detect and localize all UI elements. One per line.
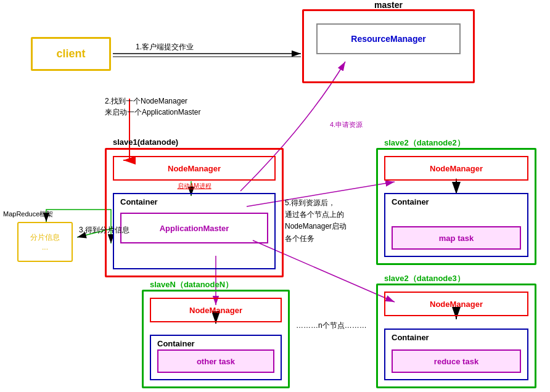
info-box: 分片信息 ... — [17, 222, 73, 262]
master-box: master ResourceManager — [302, 9, 475, 83]
slaveN-task-label: other task — [197, 357, 235, 366]
slave3-nm-box: NodeManager — [384, 292, 528, 316]
slaveN-nm-label: NodeManager — [189, 306, 242, 315]
mapreduce-label: MapReduce框架 — [3, 210, 53, 219]
slave3-title: slave2（datanode3） — [384, 273, 465, 284]
slaveN-container-label: Container — [157, 339, 195, 348]
slave2-task-box: map task — [392, 226, 521, 250]
diagram: client 1.客户端提交作业 2.找到一个NodeManager 来启动一个… — [0, 0, 550, 392]
slave1-box: slave1(datanode) NodeManager 启动AM进程 Cont… — [105, 148, 284, 277]
slave2-nm-box: NodeManager — [384, 156, 528, 181]
info-label: 分片信息 — [30, 232, 60, 243]
slave1-container-box: Container ApplicationMaster — [113, 193, 276, 269]
slave2-nm-label: NodeManager — [430, 164, 483, 173]
am-label: ApplicationMaster — [160, 224, 229, 233]
slave3-task-label: reduce task — [434, 357, 478, 366]
step1-annotation: 1.客户端提交作业 — [136, 42, 194, 52]
app-master-box: ApplicationMaster — [120, 213, 268, 243]
slaveN-task-box: other task — [157, 349, 274, 373]
slave2-title: slave2（datanode2） — [384, 137, 465, 149]
step5-annotation: 5.得到资源后， 通过各个节点上的 NodeManager启动 各个任务 — [285, 197, 347, 245]
n-nodes-label: ………n个节点……… — [296, 321, 367, 331]
info-label2: ... — [42, 243, 48, 251]
step2-annotation: 2.找到一个NodeManager 来启动一个ApplicationMaster — [105, 96, 200, 118]
slave2-task-label: map task — [439, 234, 474, 243]
slaveN-box: slaveN（datanodeN） NodeManager Container … — [142, 290, 290, 388]
slave3-container-label: Container — [392, 333, 429, 342]
start-am-label: 启动AM进程 — [178, 182, 211, 190]
slave1-nm-box: NodeManager — [113, 156, 276, 181]
slave1-title: slave1(datanode) — [113, 137, 178, 147]
slave3-nm-label: NodeManager — [430, 300, 483, 309]
slave2-box: slave2（datanode2） NodeManager Container … — [376, 148, 536, 265]
slave3-container-box: Container reduce task — [384, 329, 528, 380]
slave3-box: slave2（datanode3） NodeManager Container … — [376, 284, 536, 388]
client-label: client — [56, 47, 85, 60]
slaveN-title: slaveN（datanodeN） — [150, 279, 233, 290]
resource-manager-label: ResourceManager — [351, 34, 425, 44]
client-box: client — [31, 37, 111, 71]
slave2-container-label: Container — [392, 197, 429, 206]
slave2-container-box: Container map task — [384, 193, 528, 257]
slave1-nm-label: NodeManager — [168, 164, 221, 173]
slave1-container-label: Container — [120, 197, 158, 206]
slave3-task-box: reduce task — [392, 349, 521, 373]
step3-annotation: 3.得到分片信息 — [79, 225, 129, 235]
slaveN-container-box: Container other task — [150, 335, 282, 380]
resource-manager-box: ResourceManager — [316, 23, 461, 54]
step4-annotation: 4.申请资源 — [330, 120, 363, 129]
master-title: master — [374, 0, 403, 10]
slaveN-nm-box: NodeManager — [150, 298, 282, 322]
